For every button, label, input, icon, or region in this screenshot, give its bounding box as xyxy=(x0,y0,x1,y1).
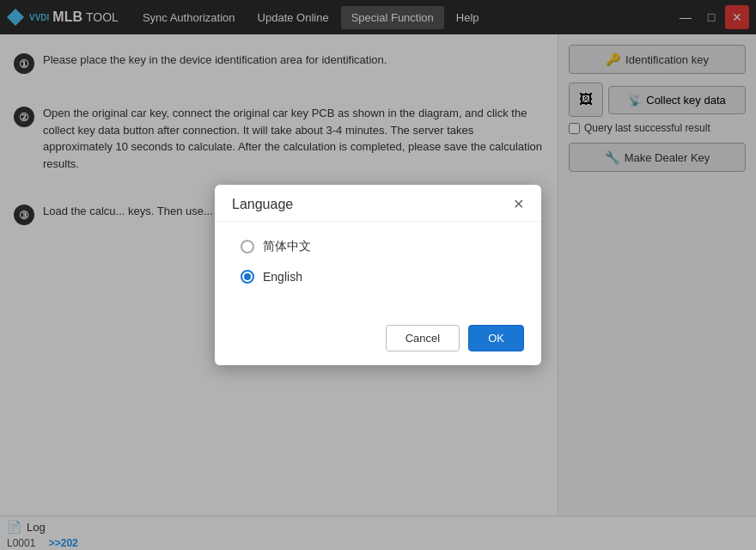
modal-title: Language xyxy=(232,197,293,212)
ok-button[interactable]: OK xyxy=(468,325,524,351)
language-label-en: English xyxy=(263,270,302,284)
modal-overlay[interactable]: Language ✕ 简体中文 English Cancel OK xyxy=(0,0,756,550)
radio-dot-en xyxy=(244,273,251,280)
modal-footer: Cancel OK xyxy=(215,316,541,365)
language-modal: Language ✕ 简体中文 English Cancel OK xyxy=(215,185,541,365)
language-label-zh: 简体中文 xyxy=(263,239,311,254)
radio-zh xyxy=(241,240,254,254)
modal-header: Language ✕ xyxy=(215,185,541,222)
radio-en xyxy=(241,270,254,284)
language-option-en[interactable]: English xyxy=(241,270,515,284)
language-option-zh[interactable]: 简体中文 xyxy=(241,239,515,254)
modal-body: 简体中文 English xyxy=(215,222,541,316)
cancel-button[interactable]: Cancel xyxy=(386,325,460,351)
modal-close-button[interactable]: ✕ xyxy=(513,198,524,211)
